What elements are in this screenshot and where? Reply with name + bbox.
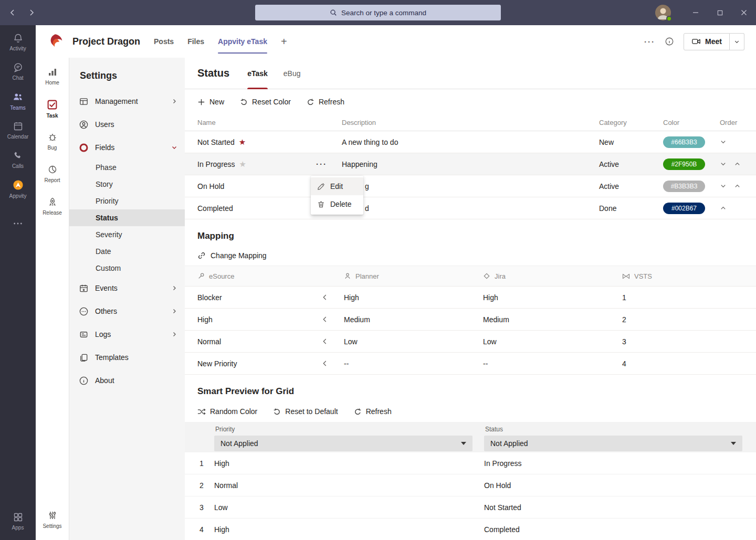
page-title: Status <box>197 67 229 79</box>
search-input[interactable]: Search or type a command <box>255 5 501 20</box>
nav-item-about[interactable]: About <box>69 369 185 392</box>
preview-filter-band: Priority Not Applied Status Not Applied <box>185 422 756 452</box>
module-item-release[interactable]: Release <box>36 190 69 223</box>
change-mapping-button[interactable]: Change Mapping <box>185 246 756 266</box>
logs-icon <box>79 330 89 340</box>
calendar-icon <box>13 121 24 132</box>
nav-item-others[interactable]: Others <box>69 300 185 323</box>
refresh-button[interactable]: Refresh <box>354 407 392 416</box>
sliders-icon <box>47 510 58 521</box>
tab-ebug[interactable]: eBug <box>284 58 301 89</box>
team-header: Project Dragon Posts Files Appvity eTask… <box>36 25 756 58</box>
star-icon[interactable]: ★ <box>239 160 246 168</box>
tab-files[interactable]: Files <box>187 25 204 58</box>
refresh-button[interactable]: Refresh <box>307 98 344 106</box>
nav-subitem-date[interactable]: Date <box>69 243 185 260</box>
row-more-button[interactable]: ··· <box>316 160 327 168</box>
sidebar-item-teams[interactable]: Teams <box>0 86 36 115</box>
preview-toolbar: Random Color Reset to Default Refresh <box>185 401 756 422</box>
pin-icon <box>197 272 205 280</box>
chevron-left-icon <box>322 316 327 323</box>
chevron-right-icon[interactable] <box>171 308 177 314</box>
module-item-bug[interactable]: Bug <box>36 125 69 157</box>
minimize-button[interactable] <box>684 0 708 25</box>
nav-subitem-phase[interactable]: Phase <box>69 159 185 176</box>
reset-color-button[interactable]: Reset Color <box>240 98 291 106</box>
rail-label: Calendar <box>7 134 29 140</box>
info-icon[interactable] <box>665 37 674 46</box>
module-item-settings[interactable]: Settings <box>36 503 69 536</box>
add-tab-button[interactable]: + <box>281 36 287 48</box>
chevron-right-icon[interactable] <box>171 285 177 291</box>
move-up-button[interactable] <box>720 205 727 211</box>
default-star-icon[interactable]: ★ <box>239 138 246 146</box>
chevron-left-icon <box>322 338 327 345</box>
maximize-button[interactable] <box>708 0 732 25</box>
module-item-task[interactable]: Task <box>36 92 69 125</box>
nav-subitem-priority[interactable]: Priority <box>69 193 185 209</box>
rail-label: Activity <box>9 46 26 51</box>
chevron-right-icon[interactable] <box>171 331 177 337</box>
mapping-row: High Medium Medium 2 <box>185 309 756 331</box>
reset-to-default-button[interactable]: Reset to Default <box>273 407 338 416</box>
dropdown-caret-icon <box>461 442 466 445</box>
rail-label: Calls <box>12 163 24 169</box>
sidebar-item-chat[interactable]: Chat <box>0 57 36 86</box>
sidebar-item-calendar[interactable]: Calendar <box>0 115 36 145</box>
status-settings-panel: Status eTask eBug New Reset Color Refres… <box>185 58 756 540</box>
meet-dropdown-button[interactable] <box>730 33 744 50</box>
others-icon <box>79 306 89 316</box>
refresh-icon <box>354 408 362 416</box>
edit-menu-item[interactable]: Edit <box>311 177 363 195</box>
sidebar-item-activity[interactable]: Activity <box>0 27 36 57</box>
nav-subitem-status[interactable]: Status <box>69 209 185 226</box>
priority-filter-label: Priority <box>215 426 472 433</box>
sidebar-item-appvity[interactable]: Appvity <box>0 174 36 204</box>
move-down-button[interactable] <box>720 139 727 145</box>
status-filter-dropdown[interactable]: Not Applied <box>484 436 742 451</box>
tab-appvity-etask[interactable]: Appvity eTask <box>218 25 267 58</box>
nav-subitem-custom[interactable]: Custom <box>69 260 185 277</box>
team-logo-icon <box>46 33 64 50</box>
nav-item-templates[interactable]: Templates <box>69 346 185 369</box>
chat-icon <box>13 62 24 73</box>
random-color-button[interactable]: Random Color <box>197 407 257 416</box>
nav-item-users[interactable]: Users <box>69 113 185 136</box>
module-item-home[interactable]: Home <box>36 60 69 92</box>
phone-icon <box>13 150 24 161</box>
more-apps-button[interactable] <box>0 213 36 234</box>
team-header-actions: ··· Meet <box>644 33 744 50</box>
move-up-button[interactable] <box>734 183 741 189</box>
priority-filter-dropdown[interactable]: Not Applied <box>214 436 472 451</box>
delete-menu-item[interactable]: Delete <box>311 195 363 213</box>
back-icon[interactable] <box>5 0 20 25</box>
nav-item-management[interactable]: Management <box>69 90 185 113</box>
tab-etask[interactable]: eTask <box>247 58 268 89</box>
refresh-icon <box>307 98 314 106</box>
nav-item-fields[interactable]: Fields <box>69 136 185 159</box>
appvity-logo-icon <box>12 179 24 191</box>
move-down-button[interactable] <box>720 161 727 167</box>
chevron-right-icon[interactable] <box>171 98 177 104</box>
tab-posts[interactable]: Posts <box>154 25 174 58</box>
move-up-button[interactable] <box>734 161 741 167</box>
nav-subitem-severity[interactable]: Severity <box>69 226 185 243</box>
status-table-row: On Hold g Active #B3B3B3 <box>185 175 756 197</box>
close-button[interactable] <box>732 0 756 25</box>
mapping-table-header: eSource Planner Jira VSTS <box>185 266 756 287</box>
new-button[interactable]: New <box>197 98 224 106</box>
sidebar-item-apps[interactable]: Apps <box>0 506 36 536</box>
nav-subitem-story[interactable]: Story <box>69 176 185 193</box>
move-down-button[interactable] <box>720 183 727 189</box>
meet-button[interactable]: Meet <box>684 33 730 50</box>
person-icon <box>344 272 351 280</box>
templates-icon <box>79 353 89 363</box>
module-item-report[interactable]: Report <box>36 157 69 190</box>
avatar[interactable] <box>655 5 671 20</box>
nav-item-events[interactable]: Events <box>69 277 185 300</box>
sidebar-item-calls[interactable]: Calls <box>0 145 36 174</box>
chevron-down-icon[interactable] <box>171 144 177 151</box>
nav-item-logs[interactable]: Logs <box>69 323 185 346</box>
more-options-icon[interactable]: ··· <box>644 37 655 46</box>
forward-icon[interactable] <box>24 0 39 25</box>
